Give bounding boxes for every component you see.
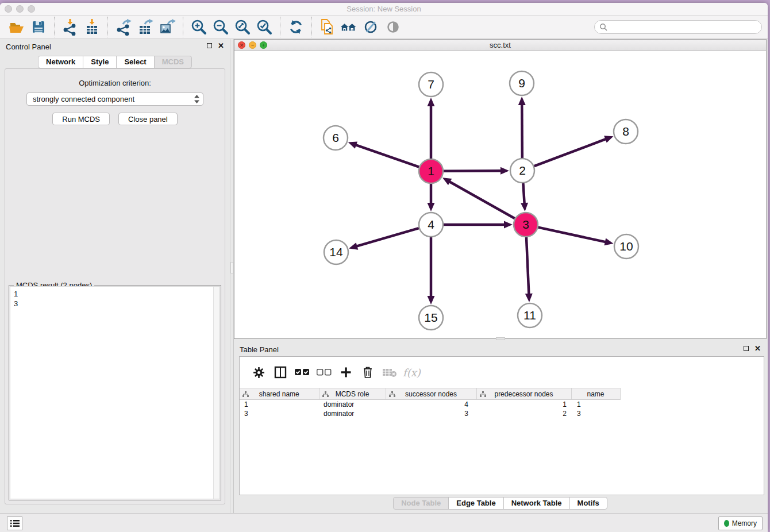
tab-mcds[interactable]: MCDS — [154, 56, 192, 68]
memory-status-icon — [724, 520, 729, 527]
graph-edge-1-7[interactable] — [428, 98, 435, 159]
graph-node-11[interactable]: 11 — [518, 303, 542, 327]
svg-text:4: 4 — [428, 218, 434, 231]
table-row[interactable]: 3dominator323 — [240, 409, 620, 418]
control-panel-tabs: Network Style Select MCDS — [0, 56, 230, 68]
graph-edge-2-8[interactable] — [534, 136, 614, 166]
apply-layout-icon[interactable] — [287, 18, 305, 36]
close-panel-button[interactable]: Close panel — [118, 113, 178, 125]
import-table-icon[interactable] — [83, 18, 101, 36]
network-canvas[interactable]: 1234678910111415 — [234, 51, 766, 338]
save-session-icon[interactable] — [29, 18, 48, 36]
import-network-icon[interactable] — [61, 18, 79, 36]
graph-node-6[interactable]: 6 — [324, 126, 348, 150]
create-column-icon[interactable] — [335, 365, 357, 379]
column-header-name[interactable]: name — [571, 388, 620, 400]
show-all-networks-icon[interactable] — [340, 18, 359, 36]
search-field[interactable] — [594, 20, 762, 34]
zoom-in-icon[interactable] — [190, 18, 208, 36]
column-header-mcds-role[interactable]: MCDS role — [319, 388, 386, 400]
criterion-dropdown[interactable]: strongly connected component — [26, 92, 203, 106]
graph-node-8[interactable]: 8 — [614, 119, 638, 144]
graph-node-14[interactable]: 14 — [324, 240, 348, 264]
graph-edge-3-1[interactable] — [442, 178, 515, 218]
new-network-icon[interactable] — [318, 18, 337, 36]
memory-button[interactable]: Memory — [718, 516, 763, 530]
export-network-icon[interactable] — [114, 18, 133, 36]
graph-node-3[interactable]: 3 — [514, 213, 538, 237]
network-resize-grip[interactable] — [496, 337, 505, 340]
svg-text:7: 7 — [428, 78, 434, 91]
optimization-criterion-label: Optimization criterion: — [5, 79, 225, 87]
tab-style[interactable]: Style — [83, 56, 117, 68]
graph-edge-1-4[interactable] — [428, 184, 435, 211]
export-image-icon[interactable] — [158, 18, 176, 36]
table-cell[interactable]: 3 — [240, 409, 319, 418]
tab-network[interactable]: Network — [38, 56, 83, 68]
table-cell[interactable]: 2 — [476, 409, 571, 418]
table-cell[interactable]: 1 — [476, 400, 571, 409]
table-cell[interactable]: 1 — [571, 400, 620, 409]
table-cell[interactable]: 4 — [386, 400, 476, 409]
search-input[interactable] — [608, 23, 757, 31]
graph-node-4[interactable]: 4 — [419, 213, 443, 237]
preview-mode-icon[interactable] — [384, 18, 402, 36]
zoom-selected-icon[interactable] — [255, 18, 274, 36]
table-toolbar: f(x) — [240, 357, 764, 388]
graph-node-9[interactable]: 9 — [510, 71, 534, 95]
graph-edge-3-11[interactable] — [525, 237, 533, 302]
column-header-shared-name[interactable]: shared name — [240, 388, 319, 400]
graph-edge-3-10[interactable] — [538, 228, 613, 246]
table-settings-icon[interactable] — [248, 365, 270, 379]
mcds-result-area[interactable]: 1 3 — [10, 286, 220, 499]
float-table-panel-icon[interactable] — [744, 346, 749, 351]
graph-node-2[interactable]: 2 — [510, 159, 534, 183]
tab-edge-table[interactable]: Edge Table — [448, 497, 503, 510]
show-columns-icon[interactable] — [270, 365, 291, 379]
deselect-all-rows-icon[interactable] — [313, 365, 335, 379]
table-cell[interactable]: 3 — [386, 409, 476, 418]
graph-node-7[interactable]: 7 — [419, 72, 443, 97]
graph-edge-2-9[interactable] — [518, 97, 526, 158]
table-panel-body: f(x) shared name MCDS role successor nod… — [239, 356, 764, 495]
tab-network-table[interactable]: Network Table — [503, 497, 570, 510]
table-cell[interactable]: dominator — [319, 400, 386, 409]
graph-edge-2-3[interactable] — [521, 183, 528, 211]
graph-edge-4-15[interactable] — [428, 237, 435, 304]
memory-label: Memory — [732, 519, 757, 527]
panel-splitter[interactable] — [230, 39, 234, 513]
splitter-grip[interactable] — [230, 262, 233, 273]
tab-node-table[interactable]: Node Table — [393, 497, 449, 510]
table-row[interactable]: 1dominator411 — [240, 400, 620, 409]
graph-node-1[interactable]: 1 — [419, 159, 443, 183]
run-mcds-button[interactable]: Run MCDS — [52, 113, 110, 125]
open-session-icon[interactable] — [7, 18, 26, 36]
close-table-panel-icon[interactable]: ✕ — [754, 345, 761, 352]
table-cell[interactable]: dominator — [319, 409, 386, 418]
graph-edge-1-6[interactable] — [348, 141, 419, 167]
float-panel-icon[interactable] — [207, 43, 212, 48]
graph-node-10[interactable]: 10 — [614, 234, 638, 259]
graph-edge-1-2[interactable] — [444, 167, 509, 175]
graph-node-15[interactable]: 15 — [419, 306, 443, 330]
table-cell[interactable]: 3 — [571, 409, 620, 418]
select-all-rows-icon[interactable] — [291, 365, 313, 379]
column-header-successor-nodes[interactable]: successor nodes — [386, 388, 476, 400]
mcds-result-group: MCDS result (2 nodes) 1 3 — [9, 285, 221, 500]
task-history-button[interactable] — [7, 516, 22, 530]
tab-motifs[interactable]: Motifs — [569, 497, 607, 510]
tab-select[interactable]: Select — [116, 56, 154, 68]
graph-edge-4-3[interactable] — [444, 221, 513, 229]
delete-column-icon[interactable] — [357, 365, 379, 379]
column-header-predecessor-nodes[interactable]: predecessor nodes — [476, 388, 571, 400]
table-cell[interactable]: 1 — [240, 400, 319, 409]
result-scrollbar[interactable] — [213, 287, 220, 499]
zoom-fit-icon[interactable] — [233, 18, 252, 36]
export-table-icon[interactable] — [136, 18, 155, 36]
hide-panels-icon[interactable] — [362, 18, 380, 36]
graph-edge-4-14[interactable] — [349, 228, 419, 249]
network-window-titlebar: ✕ − + scc.txt — [234, 40, 766, 51]
zoom-out-icon[interactable] — [211, 18, 230, 36]
node-table-body: 1dominator4113dominator323 — [240, 400, 620, 418]
close-panel-icon[interactable]: ✕ — [218, 43, 224, 49]
